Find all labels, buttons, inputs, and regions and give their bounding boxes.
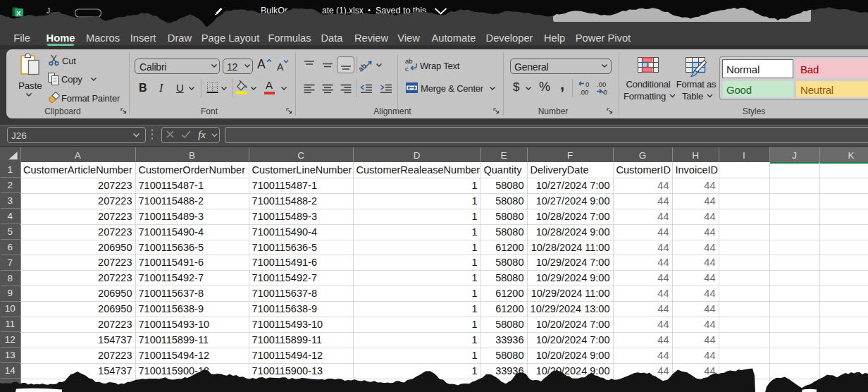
- svg-text:0: 0: [604, 88, 607, 96]
- svg-text:ab: ab: [405, 58, 413, 65]
- svg-text:.00: .00: [579, 88, 588, 96]
- svg-text:0: 0: [585, 80, 589, 88]
- svg-text:Saved to this: Saved to this: [376, 6, 426, 16]
- svg-text:.00: .00: [597, 80, 606, 88]
- svg-text:ate (1).xlsx: ate (1).xlsx: [322, 6, 364, 16]
- svg-text:ab: ab: [359, 61, 368, 73]
- svg-text:BulkOr: BulkOr: [261, 6, 287, 16]
- svg-text:X: X: [16, 9, 21, 17]
- svg-text:c: c: [405, 65, 409, 73]
- svg-text:J..: J..: [46, 7, 54, 15]
